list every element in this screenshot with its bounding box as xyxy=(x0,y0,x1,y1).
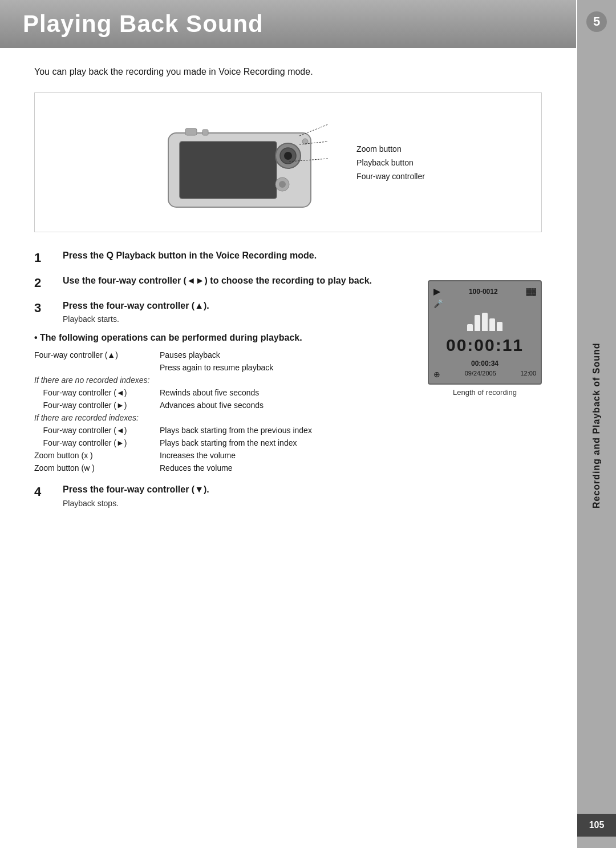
playback-label: Playback button xyxy=(356,158,425,167)
steps-2-3-area: 2 Use the four-way controller (◄►) to ch… xyxy=(34,274,542,474)
title-banner: Playing Back Sound xyxy=(0,0,576,48)
display-top-row: ▶ 100-0012 ▓▓ xyxy=(433,286,536,297)
step-3-sub: Playback starts. xyxy=(63,314,411,324)
ops-note-with-index-text: If there are recorded indexes: xyxy=(34,411,411,424)
display-date: 09/24/2005 xyxy=(465,370,496,379)
page-title: Playing Back Sound xyxy=(23,10,553,38)
ops-ctrl-vol-down: Zoom button (w ) xyxy=(34,462,160,474)
ops-action-advance: Advances about five seconds xyxy=(160,399,411,411)
step-2-row: 2 Use the four-way controller (◄►) to ch… xyxy=(34,274,411,290)
ops-row-vol-up: Zoom button (x ) Increases the volume xyxy=(34,449,411,462)
step-2-content: Use the four-way controller (◄►) to choo… xyxy=(63,274,411,287)
ops-action-resume: Press again to resume playback xyxy=(160,361,411,374)
page-number: 105 xyxy=(577,814,616,837)
step-1-row: 1 Press the Q Playback button in the Voi… xyxy=(34,249,542,265)
intro-text: You can play back the recording you made… xyxy=(0,65,576,79)
ops-action-next-index: Plays back starting from the next index xyxy=(160,437,411,449)
camera-labels: Zoom button Playback button Four-way con… xyxy=(356,144,425,181)
battery-icon: ▓▓ xyxy=(526,288,537,296)
datetime-icon: ⊕ xyxy=(433,370,440,379)
ops-action-prev-index: Plays back starting from the previous in… xyxy=(160,424,411,437)
ops-ctrl-next-index: Four-way controller (►) xyxy=(34,437,160,449)
svg-rect-5 xyxy=(185,128,197,135)
ops-row-rewind: Four-way controller (◄) Rewinds about fi… xyxy=(34,386,411,399)
step-4-row: 4 Press the four-way controller (▼). Pla… xyxy=(34,483,542,507)
ops-note-no-index: If there are no recorded indexes: xyxy=(34,374,411,386)
play-icon: ▶ xyxy=(433,286,440,297)
operations-header: • The following operations can be perfor… xyxy=(34,333,411,343)
wave-bar-3 xyxy=(482,313,488,331)
step-4-text: Press the four-way controller (▼). xyxy=(63,483,542,496)
ops-row-prev-index: Four-way controller (◄) Plays back start… xyxy=(34,424,411,437)
step-3-content: Press the four-way controller (▲). Playb… xyxy=(63,300,411,324)
ops-ctrl-advance: Four-way controller (►) xyxy=(34,399,160,411)
step-1-number: 1 xyxy=(34,249,51,265)
svg-rect-6 xyxy=(202,130,208,135)
page-content: Playing Back Sound You can play back the… xyxy=(0,0,576,848)
step-1-content: Press the Q Playback button in the Voice… xyxy=(63,249,542,262)
ops-note-no-index-text: If there are no recorded indexes: xyxy=(34,374,411,386)
ops-row-resume: Press again to resume playback xyxy=(34,361,411,374)
ops-note-with-index: If there are recorded indexes: xyxy=(34,411,411,424)
wave-bar-4 xyxy=(489,318,495,331)
sidebar-chapter-label: Recording and Playback of Sound xyxy=(591,38,602,814)
camera-diagram: Zoom button Playback button Four-way con… xyxy=(151,104,425,220)
ops-row-advance: Four-way controller (►) Advances about f… xyxy=(34,399,411,411)
display-total-time: 00:00:34 xyxy=(433,360,536,368)
display-panel-container: ▶ 100-0012 ▓▓ 🎤 00:00:11 xyxy=(428,274,542,397)
svg-point-4 xyxy=(284,152,292,160)
step-2-text: Use the four-way controller (◄►) to choo… xyxy=(63,274,411,287)
steps-section: 1 Press the Q Playback button in the Voi… xyxy=(0,249,576,508)
ops-ctrl-resume xyxy=(34,361,160,374)
display-length-label: Length of recording xyxy=(453,388,517,397)
ops-action-vol-down: Reduces the volume xyxy=(160,462,411,474)
ops-action-pause: Pauses playback xyxy=(160,349,411,361)
display-current-time: 00:00:11 xyxy=(433,336,536,355)
svg-rect-1 xyxy=(180,142,277,199)
wave-bar-5 xyxy=(497,322,502,331)
ops-ctrl-vol-up: Zoom button (x ) xyxy=(34,449,160,462)
four-way-label: Four-way controller xyxy=(356,172,425,181)
mic-icon: 🎤 xyxy=(433,299,536,308)
display-datetime: ⊕ 09/24/2005 12:00 xyxy=(433,370,536,379)
wave-bar-1 xyxy=(467,324,473,331)
step-3-row: 3 Press the four-way controller (▲). Pla… xyxy=(34,300,411,324)
step-3-text: Press the four-way controller (▲). xyxy=(63,300,411,312)
step-1-text: Press the Q Playback button in the Voice… xyxy=(63,249,542,262)
step-4-number: 4 xyxy=(34,483,51,499)
ops-action-vol-up: Increases the volume xyxy=(160,449,411,462)
camera-illustration xyxy=(151,104,334,220)
steps-2-3-left: 2 Use the four-way controller (◄►) to ch… xyxy=(34,274,411,474)
step-3-number: 3 xyxy=(34,300,51,316)
sidebar-chapter-number: 5 xyxy=(586,11,607,32)
ops-row-next-index: Four-way controller (►) Plays back start… xyxy=(34,437,411,449)
camera-diagram-box: Zoom button Playback button Four-way con… xyxy=(34,92,542,232)
operations-section: • The following operations can be perfor… xyxy=(34,333,411,474)
display-clock: 12:00 xyxy=(520,370,536,379)
step-2-number: 2 xyxy=(34,274,51,290)
ops-row-vol-down: Zoom button (w ) Reduces the volume xyxy=(34,462,411,474)
ops-ctrl-pause: Four-way controller (▲) xyxy=(34,349,160,361)
waveform xyxy=(433,310,536,331)
right-sidebar: 5 Recording and Playback of Sound 105 xyxy=(577,0,616,848)
step-4-content: Press the four-way controller (▼). Playb… xyxy=(63,483,542,507)
ops-ctrl-prev-index: Four-way controller (◄) xyxy=(34,424,160,437)
step-4-sub: Playback stops. xyxy=(63,499,542,508)
ops-ctrl-rewind: Four-way controller (◄) xyxy=(34,386,160,399)
svg-point-8 xyxy=(279,181,286,188)
ops-row-pause: Four-way controller (▲) Pauses playback xyxy=(34,349,411,361)
display-file-num: 100-0012 xyxy=(469,288,498,296)
operations-table: Four-way controller (▲) Pauses playback … xyxy=(34,349,411,474)
display-panel: ▶ 100-0012 ▓▓ 🎤 00:00:11 xyxy=(428,280,542,385)
zoom-label: Zoom button xyxy=(356,144,425,154)
ops-action-rewind: Rewinds about five seconds xyxy=(160,386,411,399)
wave-bar-2 xyxy=(475,315,480,331)
